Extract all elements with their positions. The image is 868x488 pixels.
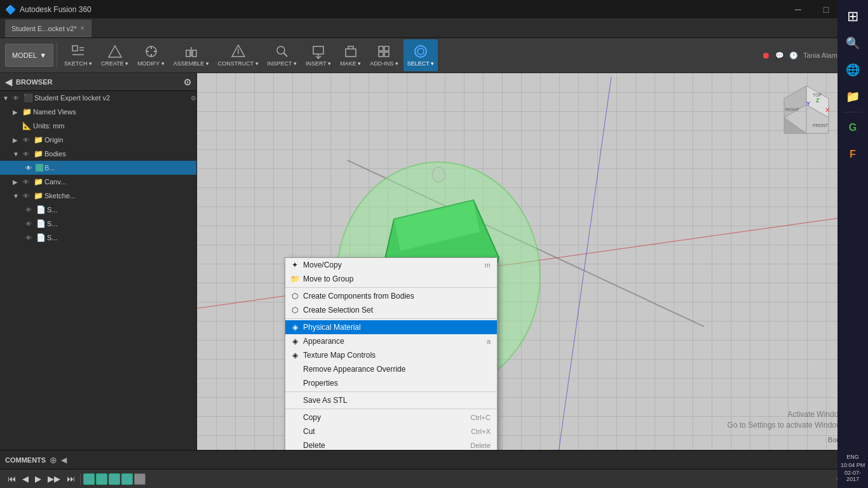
tree-item-bodies[interactable]: ▼ 👁 📁 Bodies — [0, 147, 196, 161]
create-label: CREATE ▾ — [101, 60, 128, 67]
comments-label: COMMENTS — [5, 456, 46, 464]
model-mode-button[interactable]: MODEL ▼ — [5, 44, 53, 67]
ctx-cut[interactable]: Cut Ctrl+X — [285, 424, 497, 438]
tree-item-named-views[interactable]: ▶ 📁 Named Views — [0, 105, 196, 119]
search-taskbar-button[interactable]: 🔍 — [841, 32, 864, 55]
tree-arrow-root: ▼ — [3, 95, 10, 102]
timeline-step-1[interactable] — [83, 473, 95, 485]
ctx-save-as-stl-label: Save As STL — [303, 396, 347, 405]
addins-tool[interactable]: ADD-INS ▾ — [366, 39, 402, 71]
nav-cube[interactable]: TOP FRONT RIGHT Z X Y — [778, 83, 829, 133]
tree-eye-s1[interactable]: 👁 — [24, 207, 33, 214]
ctx-create-components[interactable]: ⬡ Create Components from Bodies — [285, 289, 497, 303]
ctx-copy[interactable]: Copy Ctrl+C — [285, 410, 497, 424]
timeline-prev-button[interactable]: ◀ — [20, 472, 31, 486]
record-icon[interactable]: ⏺ — [761, 50, 770, 60]
tree-item-s2[interactable]: 👁 📄 S... — [0, 217, 196, 231]
viewport[interactable]: TOP FRONT RIGHT Z X Y Activate Windows G… — [197, 73, 854, 450]
ctx-delete-shortcut: Delete — [458, 442, 491, 449]
tree-label-canvas: Canv... — [44, 178, 196, 186]
tree-eye-canvas[interactable]: 👁 — [22, 179, 31, 186]
make-tool[interactable]: MAKE ▾ — [336, 39, 365, 71]
ctx-physical-material[interactable]: ◈ Physical Material — [285, 320, 497, 334]
minimize-button[interactable]: ─ — [784, 0, 812, 19]
assemble-tool[interactable]: ASSEMBLE ▾ — [170, 39, 213, 71]
inspect-tool[interactable]: INSPECT ▾ — [264, 39, 301, 71]
timeline-step-5[interactable] — [134, 473, 146, 485]
ctx-remove-appearance[interactable]: Remove Appearance Override — [285, 362, 497, 376]
ctx-texture-map[interactable]: ◈ Texture Map Controls — [285, 348, 497, 362]
ctx-move-to-group[interactable]: 📁 Move to Group — [285, 272, 497, 286]
svg-rect-19 — [346, 49, 356, 57]
create-tool[interactable]: CREATE ▾ — [97, 39, 132, 71]
comments-expand-button[interactable]: ◀ — [61, 456, 67, 464]
insert-label: INSERT ▾ — [306, 60, 331, 67]
tree-item-body1[interactable]: 👁 B... — [0, 161, 196, 175]
tab-close-button[interactable]: × — [81, 25, 85, 32]
explorer-button[interactable]: 📁 — [841, 85, 864, 108]
tree-item-origin[interactable]: ▶ 👁 📁 Origin — [0, 133, 196, 147]
svg-point-24 — [415, 46, 426, 57]
ctx-delete-label: Delete — [303, 441, 325, 450]
edge-button[interactable]: 🌐 — [841, 58, 864, 81]
modify-tool[interactable]: MODIFY ▾ — [133, 39, 168, 71]
tree-eye-bodies[interactable]: 👁 — [22, 151, 31, 158]
tree-label-named-views: Named Views — [33, 108, 196, 116]
select-tool[interactable]: SELECT ▾ — [403, 39, 438, 71]
tree-label-s2: S... — [47, 220, 196, 227]
timeline-step-3[interactable] — [109, 473, 120, 485]
ctx-move-copy[interactable]: ✦ Move/Copy m — [285, 258, 497, 272]
tree-eye-root[interactable]: 👁 — [11, 95, 20, 102]
activate-windows-notice: Activate Windows Go to Settings to activ… — [728, 409, 848, 431]
timeline-step-2[interactable] — [96, 473, 107, 485]
status-left: COMMENTS ⊕ ◀ — [5, 455, 67, 465]
ctx-create-selection[interactable]: ⬡ Create Selection Set — [285, 303, 497, 317]
ctx-properties[interactable]: Properties — [285, 376, 497, 390]
sketch-tool[interactable]: SKETCH ▾ — [60, 39, 96, 71]
tree-icon-origin: 📁 — [33, 135, 43, 144]
tree-item-s1[interactable]: 👁 📄 S... — [0, 203, 196, 217]
maximize-button[interactable]: □ — [812, 0, 840, 19]
active-tab[interactable]: Student E...ocket v2* × — [5, 20, 92, 37]
main-area: ◀ BROWSER ⊙ ▼ 👁 ⬛ Student Expert locket … — [0, 73, 868, 450]
timeline-track[interactable] — [83, 473, 832, 485]
tree-item-root[interactable]: ▼ 👁 ⬛ Student Expert locket v2 ⚙ — [0, 91, 196, 105]
comments-add-button[interactable]: ⊕ — [50, 455, 57, 465]
ctx-separator-3 — [285, 391, 497, 392]
windows-taskbar: ⊞ 🔍 🌐 📁 G F ENG 10:04 PM 02-07-2017 — [837, 0, 868, 488]
tree-label-bodies: Bodies — [44, 150, 196, 158]
nav-top-label: TOP — [813, 93, 822, 97]
timeline-next-button[interactable]: ▶▶ — [45, 472, 63, 486]
tree-item-sketches[interactable]: ▼ 👁 📁 Sketche... — [0, 189, 196, 203]
tree-item-units[interactable]: 📐 Units: mm — [0, 119, 196, 133]
browser-collapse-button[interactable]: ◀ — [5, 77, 12, 87]
tree-eye-s2[interactable]: 👁 — [24, 220, 33, 227]
chrome-button[interactable]: G — [841, 116, 864, 139]
tree-eye-origin[interactable]: 👁 — [22, 137, 31, 144]
timeline-first-button[interactable]: ⏮ — [5, 472, 18, 486]
tree-eye-sketches[interactable]: 👁 — [22, 193, 31, 200]
tree-eye-body1[interactable]: 👁 — [24, 165, 33, 172]
windows-start-button[interactable]: ⊞ — [841, 5, 864, 28]
construct-tool[interactable]: CONSTRUCT ▾ — [214, 39, 262, 71]
timeline-last-button[interactable]: ⏭ — [64, 472, 78, 486]
insert-tool[interactable]: INSERT ▾ — [302, 39, 335, 71]
svg-line-16 — [283, 53, 287, 57]
fusion-button[interactable]: F — [841, 143, 864, 166]
ctx-delete[interactable]: Delete Delete — [285, 438, 497, 450]
comment-icon[interactable]: 💬 — [775, 51, 784, 60]
physical-material-icon: ◈ — [289, 323, 301, 332]
gear-icon-root[interactable]: ⚙ — [191, 95, 196, 102]
tree-icon-bodies: 📁 — [33, 149, 43, 158]
browser-filter-button[interactable]: ⊙ — [184, 77, 191, 87]
tree-eye-s3[interactable]: 👁 — [24, 234, 33, 241]
timeline-step-4[interactable] — [121, 473, 133, 485]
tree-item-s3[interactable]: 👁 📄 S... — [0, 231, 196, 245]
history-icon[interactable]: 🕐 — [789, 51, 798, 60]
ctx-appearance[interactable]: ◈ Appearance a — [285, 334, 497, 348]
create-selection-icon: ⬡ — [289, 306, 301, 315]
ctx-create-selection-label: Create Selection Set — [303, 306, 373, 315]
timeline-play-button[interactable]: ▶ — [32, 472, 44, 486]
tree-item-canvas[interactable]: ▶ 👁 📁 Canv... — [0, 175, 196, 189]
ctx-save-as-stl[interactable]: Save As STL — [285, 393, 497, 407]
